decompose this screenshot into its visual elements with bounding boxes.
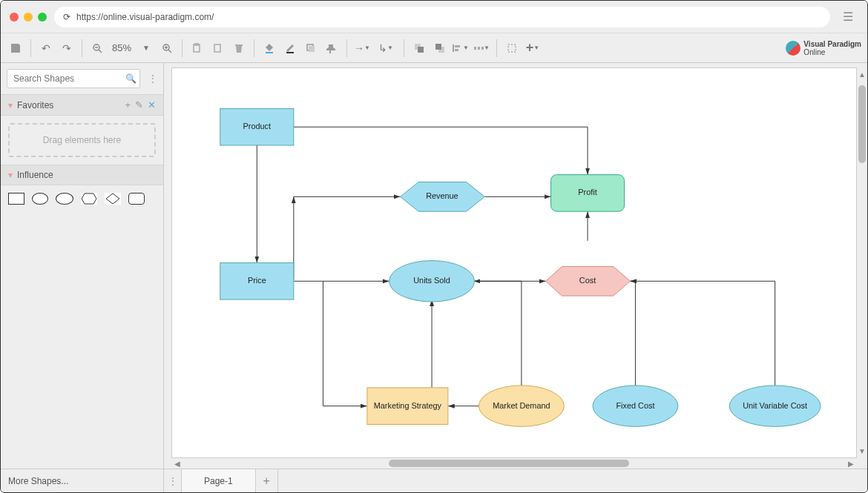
- influence-section-head[interactable]: ▾ Influence: [1, 165, 163, 185]
- to-front-button[interactable]: [410, 39, 428, 57]
- svg-text:Fixed Cost: Fixed Cost: [616, 401, 654, 410]
- favorites-drop-area[interactable]: Drag elements here: [8, 123, 156, 157]
- node-marketing-strategy[interactable]: Marketing Strategy: [367, 388, 448, 425]
- edge-fixedcost-cost[interactable]: [631, 281, 636, 388]
- page-tab-1[interactable]: Page-1: [182, 469, 256, 492]
- distribute-button[interactable]: ▼: [473, 39, 490, 57]
- url-input[interactable]: ⟳ https://online.visual-paradigm.com/: [54, 7, 830, 27]
- svg-rect-9: [214, 44, 220, 52]
- search-shapes-input[interactable]: [7, 69, 140, 88]
- vp-logo-icon: [786, 41, 800, 56]
- browser-menu-button[interactable]: ☰: [838, 7, 858, 27]
- node-fixed-cost[interactable]: Fixed Cost: [593, 386, 678, 426]
- favorites-label: Favorites: [17, 100, 53, 110]
- svg-text:Unit Variable Cost: Unit Variable Cost: [743, 401, 807, 410]
- edge-unitvarcost-cost[interactable]: [631, 281, 775, 388]
- node-market-demand[interactable]: Market Demand: [479, 386, 564, 426]
- svg-line-1: [99, 50, 102, 53]
- shadow-button[interactable]: [302, 39, 320, 57]
- footer: More Shapes... ⋮ Page-1 +: [1, 469, 867, 492]
- palette-oval-shape[interactable]: [56, 193, 73, 205]
- add-favorite-icon[interactable]: +: [125, 99, 131, 110]
- page-tabs-handle-icon[interactable]: ⋮: [164, 469, 182, 492]
- logo-line2: Online: [803, 48, 825, 56]
- svg-rect-10: [266, 52, 273, 53]
- node-revenue[interactable]: Revenue: [400, 182, 484, 212]
- minimize-window-icon[interactable]: [24, 13, 33, 21]
- copy-button[interactable]: [188, 39, 206, 57]
- node-units-sold[interactable]: Units Sold: [389, 261, 475, 302]
- more-shapes-button[interactable]: More Shapes...: [1, 469, 164, 492]
- logo-line1: Visual Paradigm: [803, 40, 861, 48]
- edit-favorite-icon[interactable]: ✎: [135, 99, 143, 110]
- palette-rounded-rect-shape[interactable]: [128, 193, 145, 205]
- zoom-out-button[interactable]: [88, 39, 106, 57]
- url-text: https://online.visual-paradigm.com/: [76, 12, 214, 22]
- edge-marketdemand-unitssold[interactable]: [474, 281, 522, 388]
- favorites-section-head[interactable]: ▾ Favorites + ✎ ✕: [1, 94, 163, 116]
- svg-text:Product: Product: [243, 122, 271, 130]
- waypoint-style-button[interactable]: ↳▼: [374, 39, 398, 57]
- format-painter-button[interactable]: [323, 39, 341, 57]
- shape-palette: [1, 185, 163, 212]
- svg-text:Units Sold: Units Sold: [413, 276, 450, 285]
- svg-text:Revenue: Revenue: [426, 191, 458, 200]
- zoom-dropdown-icon[interactable]: ▼: [137, 39, 155, 57]
- chevron-down-icon: ▾: [8, 170, 13, 180]
- svg-rect-21: [474, 47, 476, 50]
- add-page-button[interactable]: +: [256, 469, 278, 492]
- connector-style-button[interactable]: →▼: [353, 39, 371, 57]
- browser-bar: ⟳ https://online.visual-paradigm.com/ ☰: [1, 1, 867, 33]
- search-icon[interactable]: 🔍: [125, 73, 137, 84]
- select-tool-button[interactable]: [503, 39, 521, 57]
- line-color-button[interactable]: [281, 39, 299, 57]
- to-back-button[interactable]: [431, 39, 449, 57]
- node-price[interactable]: Price: [220, 263, 294, 300]
- traffic-lights: [10, 13, 47, 21]
- align-button[interactable]: ▼: [452, 39, 470, 57]
- reload-icon[interactable]: ⟳: [63, 12, 70, 22]
- fill-color-button[interactable]: [260, 39, 278, 57]
- zoom-level[interactable]: 85%: [109, 42, 134, 53]
- maximize-window-icon[interactable]: [38, 13, 47, 21]
- svg-text:Cost: Cost: [579, 276, 596, 285]
- close-window-icon[interactable]: [10, 13, 19, 21]
- close-favorite-icon[interactable]: ✕: [148, 99, 156, 110]
- sidebar: 🔍 ⋮ ▾ Favorites + ✎ ✕ Drag elements here…: [1, 63, 164, 469]
- edge-price-marketingstrategy[interactable]: [323, 281, 366, 406]
- svg-rect-22: [478, 47, 480, 50]
- svg-rect-20: [455, 49, 458, 51]
- svg-rect-24: [508, 44, 516, 52]
- svg-rect-13: [309, 46, 315, 52]
- svg-marker-25: [82, 193, 96, 204]
- palette-diamond-shape[interactable]: [105, 193, 121, 205]
- delete-button[interactable]: [230, 39, 248, 57]
- app-logo: Visual ParadigmOnline: [786, 40, 861, 56]
- palette-rectangle-shape[interactable]: [8, 193, 24, 205]
- node-cost[interactable]: Cost: [546, 266, 631, 296]
- palette-ellipse-shape[interactable]: [32, 193, 48, 205]
- horizontal-scrollbar[interactable]: ◀ ▶: [171, 458, 857, 469]
- diagram-canvas[interactable]: Product Price Revenue Profit Units Sold: [171, 67, 857, 458]
- redo-button[interactable]: ↷: [58, 39, 76, 57]
- node-profit[interactable]: Profit: [551, 175, 625, 212]
- svg-rect-19: [455, 45, 460, 47]
- node-unit-variable-cost[interactable]: Unit Variable Cost: [729, 386, 821, 426]
- search-menu-icon[interactable]: ⋮: [148, 73, 157, 84]
- paste-button[interactable]: [209, 39, 227, 57]
- svg-text:Market Demand: Market Demand: [493, 401, 550, 410]
- svg-marker-26: [106, 193, 119, 204]
- undo-button[interactable]: ↶: [37, 39, 55, 57]
- svg-text:Marketing Strategy: Marketing Strategy: [374, 401, 442, 410]
- add-shape-button[interactable]: +▼: [524, 39, 542, 57]
- palette-hexagon-shape[interactable]: [81, 193, 97, 205]
- save-button[interactable]: [7, 39, 24, 57]
- svg-rect-15: [418, 47, 424, 53]
- svg-rect-17: [435, 44, 441, 50]
- svg-text:Price: Price: [248, 276, 266, 285]
- vertical-scrollbar[interactable]: ▲ ▼: [857, 67, 867, 458]
- canvas-area: Product Price Revenue Profit Units Sold: [164, 63, 867, 469]
- node-product[interactable]: Product: [220, 108, 294, 145]
- zoom-in-button[interactable]: [158, 39, 176, 57]
- edge-product-profit[interactable]: [294, 127, 588, 174]
